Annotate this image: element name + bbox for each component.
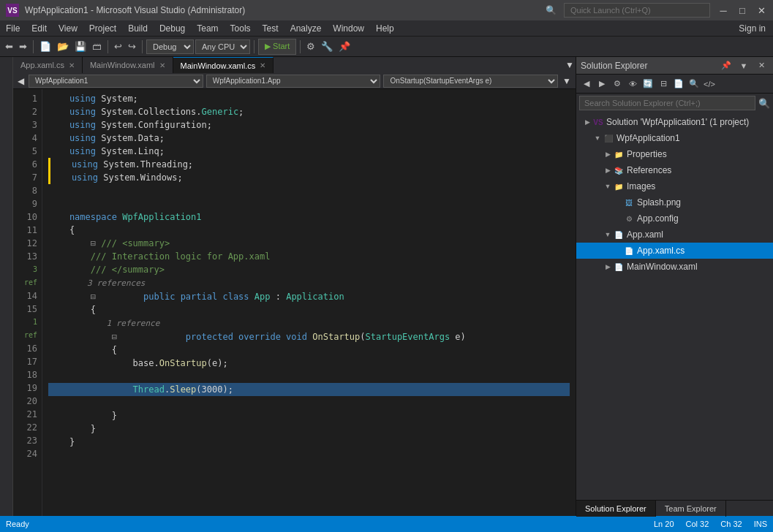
nav-forward-arrow[interactable]: ▼ <box>561 76 573 86</box>
tab-close-app-xaml-cs[interactable]: ✕ <box>69 61 75 69</box>
configuration-dropdown[interactable]: Debug <box>146 39 194 54</box>
back-button[interactable]: ⬅ <box>3 39 15 55</box>
tab-mainwindow-xaml-cs[interactable]: MainWindow.xaml.cs ✕ <box>173 57 274 73</box>
save-all-button[interactable]: 🗃 <box>90 39 104 55</box>
se-search-input[interactable] <box>579 96 755 110</box>
minimize-button[interactable]: ─ <box>717 4 729 16</box>
code-content[interactable]: using System; using System.Collections.G… <box>42 89 576 516</box>
project-label: WpfApplication1 <box>616 133 680 143</box>
redo-button[interactable]: ↪ <box>126 39 138 55</box>
se-collapse-btn[interactable]: ⊟ <box>656 77 671 91</box>
new-project-button[interactable]: 📄 <box>37 39 53 55</box>
mainwindow-arrow[interactable]: ▶ <box>603 263 613 270</box>
toolbar-extra-2[interactable]: 🔧 <box>319 39 335 55</box>
se-search-bar: 🔍 <box>576 94 773 113</box>
start-button[interactable]: ▶ Start <box>258 39 296 55</box>
close-button[interactable]: ✕ <box>755 4 767 16</box>
se-back-btn[interactable]: ◀ <box>579 77 594 91</box>
menu-team[interactable]: Team <box>191 20 224 37</box>
bottom-tabs: Solution Explorer Team Explorer <box>576 500 773 516</box>
menu-view[interactable]: View <box>53 20 83 37</box>
se-tree: ▶ VS Solution 'WpfApplication1' (1 proje… <box>576 113 773 500</box>
menu-test[interactable]: Test <box>257 20 284 37</box>
nav-back-arrow[interactable]: ◀ <box>16 76 26 86</box>
images-arrow[interactable]: ▼ <box>603 183 613 190</box>
menu-file[interactable]: File <box>0 20 26 37</box>
project-arrow[interactable]: ▼ <box>592 134 603 142</box>
toolbar: ⬅ ➡ 📄 📂 💾 🗃 ↩ ↪ Debug Any CPU ▶ Start ⚙ … <box>0 37 773 57</box>
tab-team-explorer[interactable]: Team Explorer <box>656 501 726 517</box>
maximize-button[interactable]: □ <box>736 4 748 16</box>
solution-label: Solution 'WpfApplication1' (1 project) <box>606 117 749 127</box>
open-file-button[interactable]: 📂 <box>55 39 71 55</box>
tree-mainwindow[interactable]: ▶ 📄 MainWindow.xaml <box>576 259 773 275</box>
se-search-icon[interactable]: 🔍 <box>758 98 770 109</box>
tree-properties[interactable]: ▶ 📁 Properties <box>576 146 773 162</box>
se-options-button[interactable]: ▼ <box>736 58 751 73</box>
save-button[interactable]: 💾 <box>72 39 88 55</box>
appxamlcs-label: App.xaml.cs <box>637 246 685 256</box>
status-bar: Ready Ln 20 Col 32 Ch 32 INS <box>0 516 773 532</box>
status-ln: Ln 20 <box>654 520 674 528</box>
forward-button[interactable]: ➡ <box>17 39 29 55</box>
menu-build[interactable]: Build <box>122 20 154 37</box>
status-col: Col 32 <box>686 520 709 528</box>
toolbar-extra-3[interactable]: 📌 <box>336 39 352 55</box>
se-newfile-btn[interactable]: 📄 <box>671 77 686 91</box>
main-area: App.xaml.cs ✕ MainWindow.xaml ✕ MainWind… <box>0 57 773 516</box>
sign-in-button[interactable]: Sign in <box>731 23 773 34</box>
menu-tools[interactable]: Tools <box>225 20 257 37</box>
menu-window[interactable]: Window <box>327 20 370 37</box>
splash-label: Splash.png <box>637 197 681 208</box>
undo-button[interactable]: ↩ <box>112 39 124 55</box>
mainwindow-label: MainWindow.xaml <box>627 262 698 272</box>
se-properties-btn[interactable]: ⚙ <box>610 77 625 91</box>
tree-references[interactable]: ▶ 📚 References <box>576 162 773 178</box>
appxaml-arrow[interactable]: ▼ <box>603 231 613 238</box>
se-forward-btn[interactable]: ▶ <box>595 77 609 91</box>
se-refresh-btn[interactable]: 🔄 <box>641 77 655 91</box>
se-pin-button[interactable]: 📌 <box>719 58 734 73</box>
toolbar-separator-3 <box>142 40 143 53</box>
tree-solution[interactable]: ▶ VS Solution 'WpfApplication1' (1 proje… <box>576 114 773 130</box>
method-dropdown[interactable]: OnStartup(StartupEventArgs e) <box>383 75 558 88</box>
menu-debug[interactable]: Debug <box>154 20 191 37</box>
se-close-button[interactable]: ✕ <box>754 58 769 73</box>
menu-project[interactable]: Project <box>83 20 122 37</box>
menu-help[interactable]: Help <box>370 20 400 37</box>
properties-icon: 📁 <box>613 148 625 160</box>
status-ins: INS <box>754 520 767 528</box>
code-editor[interactable]: 12345 678910 111213 3 ref 1415 1 ref 161… <box>13 89 576 516</box>
tab-solution-explorer[interactable]: Solution Explorer <box>576 501 656 517</box>
menu-edit[interactable]: Edit <box>26 20 53 37</box>
tree-appxamlcs[interactable]: 📄 App.xaml.cs <box>576 243 773 259</box>
menu-analyze[interactable]: Analyze <box>284 20 328 37</box>
tree-images[interactable]: ▼ 📁 Images <box>576 178 773 194</box>
tab-label: MainWindow.xaml <box>90 61 155 69</box>
status-right: Ln 20 Col 32 Ch 32 INS <box>654 520 767 528</box>
se-code-btn[interactable]: </> <box>702 77 717 91</box>
tree-splash[interactable]: 🖼 Splash.png <box>576 194 773 210</box>
member-dropdown[interactable]: WpfApplication1.App <box>206 75 381 88</box>
tab-close-mainwindow-xaml[interactable]: ✕ <box>159 61 165 69</box>
tab-close-mainwindow-xaml-cs[interactable]: ✕ <box>260 61 265 69</box>
tree-appxaml[interactable]: ▼ 📄 App.xaml <box>576 227 773 243</box>
toolbar-extra-1[interactable]: ⚙ <box>304 39 317 55</box>
mainwindow-icon: 📄 <box>613 261 625 273</box>
appxamlcs-icon: 📄 <box>623 245 635 256</box>
tree-project[interactable]: ▼ ⬛ WpfApplication1 <box>576 130 773 146</box>
type-dropdown[interactable]: WpfApplication1 <box>29 75 203 88</box>
title-bar: VS WpfApplication1 - Microsoft Visual St… <box>0 0 773 20</box>
properties-arrow[interactable]: ▶ <box>603 151 613 158</box>
references-arrow[interactable]: ▶ <box>603 167 613 174</box>
quick-launch-input[interactable] <box>564 3 710 18</box>
tree-appconfig[interactable]: ⚙ App.config <box>576 210 773 227</box>
platform-dropdown[interactable]: Any CPU <box>195 39 250 54</box>
appxaml-icon: 📄 <box>613 229 625 240</box>
tab-app-xaml-cs[interactable]: App.xaml.cs ✕ <box>13 57 83 73</box>
se-showall-btn[interactable]: 👁 <box>625 77 640 91</box>
tab-mainwindow-xaml[interactable]: MainWindow.xaml ✕ <box>83 57 173 73</box>
se-filter-btn[interactable]: 🔍 <box>687 77 701 91</box>
tab-overflow-button[interactable]: ▼ <box>564 57 576 73</box>
solution-arrow[interactable]: ▶ <box>582 118 592 126</box>
